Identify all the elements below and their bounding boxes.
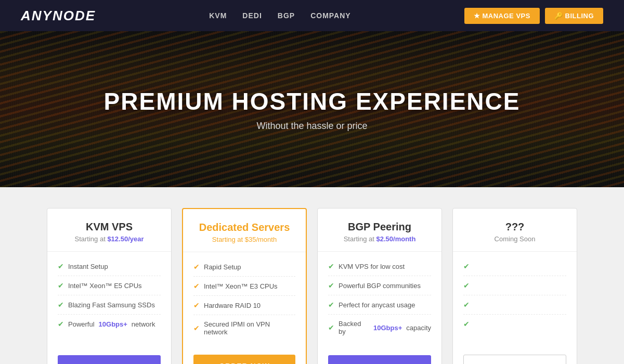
check-icon: ✔ — [193, 282, 200, 290]
plan-name-bgp: BGP Peering — [328, 221, 431, 233]
order-now-button-kvm[interactable]: ORDER NOW — [58, 355, 161, 364]
check-icon: ✔ — [58, 320, 64, 328]
feature-item: ✔ Intel™ Xeon™ E3 CPUs — [193, 277, 295, 296]
plan-header-dedicated: Dedicated Servers Starting at $35/month — [183, 209, 306, 252]
plan-price-dedicated: Starting at $35/month — [193, 236, 295, 243]
plan-header-bgp: BGP Peering Starting at $2.50/month — [318, 209, 441, 252]
plan-name-dedicated: Dedicated Servers — [193, 222, 295, 233]
feature-item: ✔ Secured IPMI on VPN network — [193, 315, 295, 341]
check-icon: ✔ — [463, 301, 470, 309]
plan-card-dedicated: Dedicated Servers Starting at $35/month … — [182, 208, 307, 364]
manage-vps-button[interactable]: ★ MANAGE VPS — [464, 8, 540, 24]
feature-item: ✔ Hardware RAID 10 — [193, 296, 295, 315]
feature-item: ✔ Instant Setup — [58, 257, 161, 276]
plan-card-bgp: BGP Peering Starting at $2.50/month ✔ KV… — [317, 208, 442, 364]
logo[interactable]: ANYNODE — [21, 8, 96, 24]
check-icon: ✔ — [328, 323, 334, 332]
check-icon: ✔ — [463, 262, 470, 270]
check-icon: ✔ — [193, 263, 200, 271]
plan-card-coming-soon: ??? Coming Soon ✔ ✔ ✔ ✔ STAY TUNED — [452, 208, 577, 364]
feature-item: ✔ KVM VPS for low cost — [328, 257, 431, 276]
feature-item: ✔ Blazing Fast Samsung SSDs — [58, 295, 161, 315]
navbar: ANYNODE KVM DEDI BGP COMPANY ★ MANAGE VP… — [0, 0, 624, 31]
feature-item: ✔ Intel™ Xeon™ E5 CPUs — [58, 276, 161, 295]
plan-footer-kvm: ORDER NOW — [47, 347, 171, 364]
plan-name-kvm: KVM VPS — [58, 221, 161, 233]
nav-links: KVM DEDI BGP COMPANY — [209, 11, 350, 20]
plan-price-kvm: Starting at $12.50/year — [58, 235, 161, 243]
plan-header-kvm: KVM VPS Starting at $12.50/year — [47, 209, 171, 252]
nav-link-dedi[interactable]: DEDI — [242, 11, 262, 20]
plan-features-coming-soon: ✔ ✔ ✔ ✔ — [453, 252, 577, 346]
check-icon: ✔ — [328, 281, 334, 290]
feature-item: ✔ Backed by 10Gbps+ capacity — [328, 315, 431, 341]
feature-item: ✔ Powerful BGP communities — [328, 276, 431, 295]
check-icon: ✔ — [463, 281, 470, 290]
check-icon: ✔ — [58, 281, 64, 290]
check-icon: ✔ — [193, 324, 200, 332]
stay-tuned-button[interactable]: STAY TUNED — [463, 355, 566, 364]
hero-content: PREMIUM HOSTING EXPERIENCE Without the h… — [104, 87, 521, 132]
check-icon: ✔ — [328, 262, 334, 270]
check-icon: ✔ — [463, 320, 470, 328]
plan-features-kvm: ✔ Instant Setup ✔ Intel™ Xeon™ E5 CPUs ✔… — [47, 252, 171, 347]
order-now-button-dedicated[interactable]: ORDER NOW — [193, 355, 295, 364]
pricing-section: KVM VPS Starting at $12.50/year ✔ Instan… — [0, 187, 624, 364]
feature-item: ✔ Perfect for anycast usage — [328, 295, 431, 315]
nav-link-kvm[interactable]: KVM — [209, 11, 227, 20]
plan-footer-bgp: ORDER NOW — [318, 347, 441, 364]
feature-item: ✔ — [463, 276, 566, 295]
feature-item: ✔ — [463, 257, 566, 276]
check-icon: ✔ — [58, 262, 64, 270]
hero-subtitle: Without the hassle or price — [104, 121, 521, 132]
feature-item: ✔ — [463, 295, 566, 315]
plan-footer-coming-soon: STAY TUNED — [453, 346, 577, 364]
check-icon: ✔ — [328, 301, 334, 309]
hero-title: PREMIUM HOSTING EXPERIENCE — [104, 87, 521, 115]
plan-price-bgp: Starting at $2.50/month — [328, 235, 431, 243]
check-icon: ✔ — [193, 301, 200, 309]
hero-section: PREMIUM HOSTING EXPERIENCE Without the h… — [0, 31, 624, 187]
feature-item: ✔ Powerful 10Gbps+ network — [58, 315, 161, 333]
plan-name-coming-soon: ??? — [463, 221, 566, 233]
plan-card-kvm: KVM VPS Starting at $12.50/year ✔ Instan… — [47, 208, 172, 364]
plan-header-coming-soon: ??? Coming Soon — [453, 209, 577, 252]
plan-features-bgp: ✔ KVM VPS for low cost ✔ Powerful BGP co… — [318, 252, 441, 347]
order-now-button-bgp[interactable]: ORDER NOW — [328, 355, 431, 364]
plan-footer-dedicated: ORDER NOW — [183, 346, 306, 364]
nav-buttons: ★ MANAGE VPS 🔑 BILLING — [464, 8, 603, 24]
nav-link-bgp[interactable]: BGP — [278, 11, 295, 20]
billing-button[interactable]: 🔑 BILLING — [545, 8, 603, 24]
nav-link-company[interactable]: COMPANY — [310, 11, 351, 20]
check-icon: ✔ — [58, 301, 64, 309]
feature-item: ✔ Rapid Setup — [193, 257, 295, 277]
plan-features-dedicated: ✔ Rapid Setup ✔ Intel™ Xeon™ E3 CPUs ✔ H… — [183, 252, 306, 346]
feature-item: ✔ — [463, 315, 566, 333]
plan-price-coming-soon: Coming Soon — [463, 235, 566, 243]
